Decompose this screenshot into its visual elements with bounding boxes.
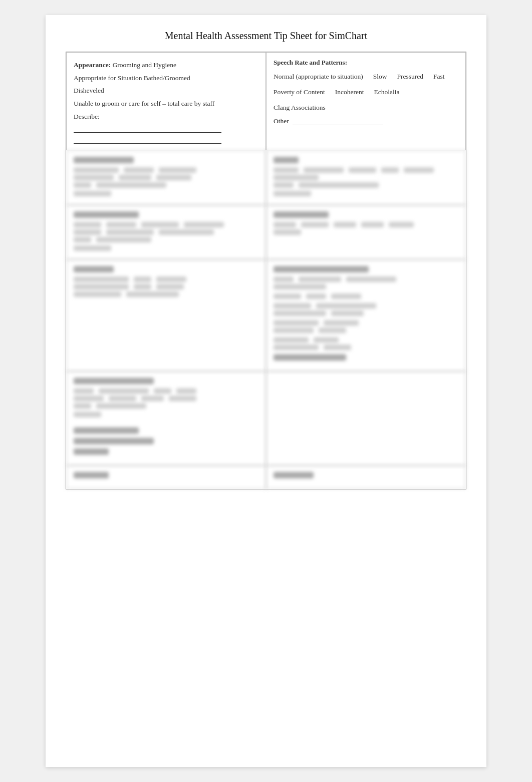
speech-label: Speech Rate and Patterns:	[274, 59, 458, 67]
speech-option-echolalia: Echolalia	[374, 85, 399, 99]
appearance-line-3: Unable to groom or care for self – total…	[74, 100, 214, 107]
speech-option-pressured: Pressured	[397, 70, 424, 83]
blurred-section-cognition	[66, 259, 266, 371]
appearance-line-2: Disheveled	[74, 87, 104, 94]
speech-option-incoherent: Incoherent	[335, 85, 364, 99]
describe-underline-2	[74, 136, 221, 144]
blurred-section-signature	[66, 465, 266, 489]
appearance-line-1: Appropriate for Situation Bathed/Groomed	[74, 74, 190, 82]
speech-section: Speech Rate and Patterns: Normal (approp…	[266, 52, 466, 150]
other-line: Other	[274, 117, 458, 125]
speech-option-clang: Clang Associations	[274, 101, 326, 114]
blurred-section-affect	[266, 150, 466, 205]
other-label: Other	[274, 117, 289, 125]
blurred-section-right-empty	[266, 371, 466, 465]
blurred-section-suicidal	[266, 259, 466, 371]
blurred-section-mood	[66, 150, 266, 205]
main-grid: Appearance: Grooming and Hygiene Appropr…	[66, 52, 466, 489]
speech-option-fast: Fast	[433, 70, 445, 83]
speech-options: Normal (appropriate to situation) Slow P…	[274, 70, 458, 114]
speech-option-slow: Slow	[373, 70, 387, 83]
page-container: Mental Health Assessment Tip Sheet for S…	[46, 15, 486, 767]
describe-underline	[74, 125, 221, 133]
appearance-label: Appearance: Grooming and Hygiene	[74, 61, 176, 69]
appearance-section: Appearance: Grooming and Hygiene Appropr…	[66, 52, 266, 150]
appearance-line-4: Describe:	[74, 113, 100, 120]
speech-option-poverty: Poverty of Content	[274, 85, 325, 99]
blurred-section-education	[266, 465, 466, 489]
blurred-section-thought	[66, 205, 266, 259]
page-title: Mental Health Assessment Tip Sheet for S…	[66, 30, 466, 42]
blurred-section-hallucinations	[266, 205, 466, 259]
speech-option-normal: Normal (appropriate to situation)	[274, 70, 363, 83]
other-underline	[293, 125, 383, 125]
blurred-section-safety	[66, 371, 266, 465]
